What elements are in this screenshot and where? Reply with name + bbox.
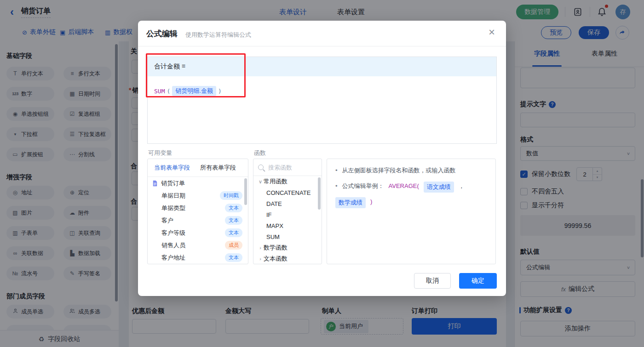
- variable-row[interactable]: 销售人员成员: [148, 239, 248, 251]
- bullet-icon: •: [335, 166, 338, 175]
- tab-current-form-fields[interactable]: 当前表单字段: [154, 164, 190, 172]
- field-chip[interactable]: 销货明细.金额: [172, 86, 216, 96]
- variable-row[interactable]: 单据类型文本: [148, 202, 248, 214]
- variables-panel-label: 可用变量: [148, 149, 172, 157]
- function-group-label: 常用函数: [264, 177, 288, 186]
- function-item[interactable]: DATE: [253, 198, 322, 209]
- formula-function-name: SUM: [154, 88, 165, 95]
- function-group-text[interactable]: ›文本函数: [253, 253, 322, 264]
- close-icon[interactable]: ×: [489, 27, 495, 38]
- function-item-label: IF: [253, 211, 272, 218]
- variables-tabs: 当前表单字段 所有表单字段: [148, 159, 248, 177]
- tip-line: • 从左侧面板选择字段名和函数，或输入函数: [335, 166, 487, 175]
- variable-type-tag: 成员: [225, 241, 242, 250]
- function-item[interactable]: MAPX: [253, 220, 322, 231]
- chevron-collapsed-icon: ›: [257, 256, 264, 262]
- function-item[interactable]: SUM: [253, 231, 322, 242]
- variable-row[interactable]: 客户文本: [148, 214, 248, 227]
- tips-panel: • 从左侧面板选择字段名和函数，或输入函数 • 公式编辑举例： AVERAGE(…: [327, 159, 496, 264]
- variable-type-tag: 文本: [225, 228, 242, 237]
- formula-edit-modal: 公式编辑 使用数学运算符编辑公式 × 合计金额 = SUM ( 销货明细.金额 …: [138, 21, 506, 296]
- tip-example-line: • 公式编辑举例： AVERAGE( 语文成绩 ， 数学成绩 ): [335, 182, 487, 208]
- function-item-label: DATE: [253, 200, 282, 207]
- formula-target: 合计金额 =: [148, 57, 496, 76]
- tip-example-prefix: 公式编辑举例：: [342, 182, 384, 191]
- variable-type-tag: 时间戳: [220, 191, 242, 200]
- chevron-collapsed-icon: ›: [257, 245, 264, 250]
- functions-panel: ∨常用函数 CONCATENATE DATE IF MAPX SUM ›数学函数…: [253, 159, 322, 264]
- confirm-button[interactable]: 确定: [459, 273, 497, 289]
- example-field-chip: 语文成绩: [424, 182, 454, 193]
- open-paren: (: [167, 88, 170, 95]
- variable-name: 销售人员: [152, 241, 225, 250]
- functions-scrollbar[interactable]: [318, 177, 321, 210]
- variables-tree-root[interactable]: 销货订单: [148, 177, 248, 189]
- modal-title: 公式编辑: [146, 28, 178, 39]
- function-group-label: 数学函数: [264, 244, 288, 252]
- variable-name: 单据日期: [152, 192, 220, 200]
- function-item-label: SUM: [253, 233, 280, 240]
- formula-editor[interactable]: 合计金额 = SUM ( 销货明细.金额 ): [147, 57, 497, 144]
- function-item-label: CONCATENATE: [253, 189, 310, 196]
- chevron-expanded-icon: ∨: [257, 179, 264, 185]
- variable-name: 客户等级: [152, 229, 225, 237]
- function-search-input[interactable]: [267, 164, 315, 171]
- app-root: ‹ 销货订单 表单设计 表单设置 数据管理 存 ⊘ 表单外链 ▣ 后端脚本 ▥ …: [0, 0, 644, 347]
- variables-panel: 当前表单字段 所有表单字段 销货订单 单据日期时间戳 单据类型文本 客户文本 客…: [147, 159, 248, 264]
- tab-all-form-fields[interactable]: 所有表单字段: [200, 164, 236, 172]
- variable-row[interactable]: 客户等级文本: [148, 227, 248, 239]
- tip-text: 从左侧面板选择字段名和函数，或输入函数: [342, 166, 456, 175]
- modal-header-divider: [138, 46, 506, 46]
- example-function-name: AVERAGE(: [389, 182, 419, 191]
- example-close-paren: ): [370, 197, 372, 206]
- function-group-math[interactable]: ›数学函数: [253, 242, 322, 253]
- functions-panel-label: 函数: [254, 149, 266, 157]
- variable-name: 单据类型: [152, 204, 225, 212]
- example-comma: ，: [459, 182, 465, 191]
- function-group-label: 文本函数: [264, 255, 288, 263]
- cancel-button[interactable]: 取消: [414, 273, 451, 289]
- search-icon: [258, 165, 264, 170]
- bullet-icon: •: [335, 182, 338, 191]
- variable-name: 客户地址: [152, 254, 225, 262]
- function-item[interactable]: CONCATENATE: [253, 187, 322, 198]
- close-paren: ): [218, 88, 222, 95]
- variable-type-tag: 文本: [225, 216, 242, 225]
- variable-row[interactable]: 客户地址文本: [148, 251, 248, 264]
- variables-scrollbar[interactable]: [244, 178, 247, 205]
- variable-type-tag: 文本: [225, 204, 242, 212]
- variable-name: 客户: [152, 216, 225, 225]
- modal-subtitle: 使用数学运算符编辑公式: [185, 31, 251, 39]
- function-search[interactable]: [253, 159, 322, 176]
- variables-root-label: 销货订单: [158, 179, 242, 188]
- example-field-chip: 数学成绩: [335, 197, 366, 208]
- function-group-common[interactable]: ∨常用函数: [253, 176, 322, 187]
- form-file-icon: [152, 180, 158, 187]
- function-item[interactable]: IF: [253, 209, 322, 220]
- variable-type-tag: 文本: [225, 253, 242, 262]
- function-item-label: MAPX: [253, 222, 283, 229]
- variable-row[interactable]: 单据日期时间戳: [148, 189, 248, 202]
- formula-expression[interactable]: SUM ( 销货明细.金额 ): [148, 76, 496, 106]
